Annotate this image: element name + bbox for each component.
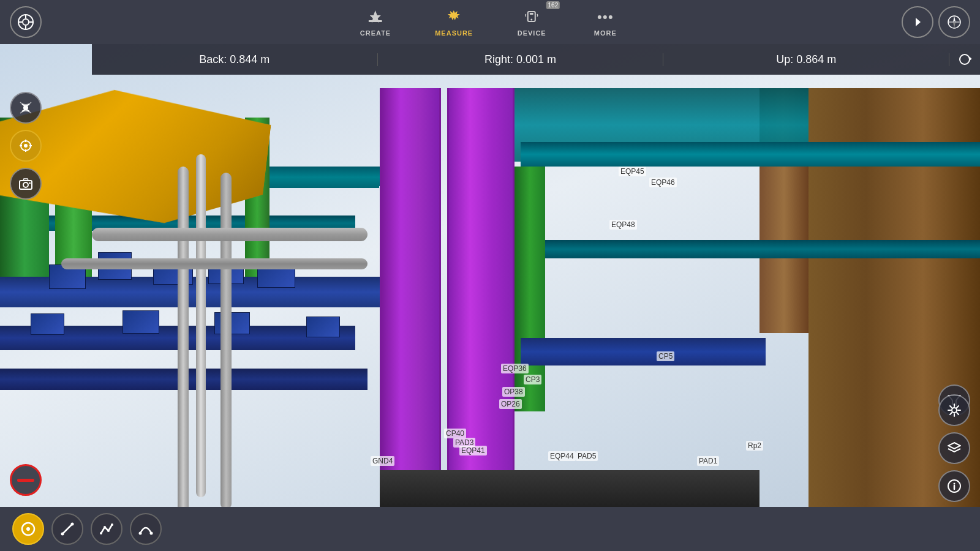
svg-point-14 — [609, 15, 612, 19]
camera-button[interactable] — [10, 168, 42, 200]
refresh-button[interactable] — [949, 53, 980, 66]
right-measurement: Right: 0.001 m — [378, 53, 664, 66]
measure-icon — [444, 7, 464, 27]
svg-point-82 — [107, 530, 110, 532]
settings-button[interactable] — [938, 394, 970, 426]
back-measurement-value: Back: 0.844 m — [199, 53, 270, 66]
create-label: CREATE — [360, 29, 391, 37]
svg-point-12 — [598, 15, 601, 19]
create-tool-button[interactable]: CREATE — [350, 5, 401, 39]
pipe-horizontal-2 — [61, 258, 368, 269]
svg-point-79 — [71, 523, 74, 526]
svg-point-13 — [603, 15, 607, 19]
svg-line-77 — [62, 524, 72, 534]
teal-beam-3 — [521, 142, 980, 167]
svg-point-67 — [23, 182, 28, 187]
svg-marker-18 — [953, 22, 956, 28]
circle-tool-button[interactable] — [12, 513, 44, 545]
svg-marker-8 — [448, 10, 460, 20]
right-measurement-value: Right: 0.001 m — [484, 53, 556, 66]
svg-point-81 — [104, 526, 106, 528]
create-icon — [366, 7, 385, 27]
gear-icon — [948, 403, 961, 417]
svg-rect-68 — [29, 182, 31, 184]
forward-button[interactable] — [902, 6, 933, 38]
measurement-bar: Back: 0.844 m Right: 0.001 m Up: 0.864 m — [92, 44, 980, 75]
line-tool-icon — [59, 521, 75, 537]
floor-platform — [380, 470, 760, 507]
info-icon — [948, 479, 961, 493]
more-label: MORE — [594, 29, 617, 37]
logo-button[interactable] — [10, 6, 42, 38]
green-column-3 — [514, 167, 545, 411]
svg-rect-6 — [369, 20, 382, 22]
measure-tool-button[interactable]: MEASURE — [425, 5, 483, 39]
bottom-toolbar — [0, 507, 980, 551]
more-tool-button[interactable]: MORE — [581, 5, 630, 39]
layers-button[interactable] — [938, 432, 970, 464]
blue-beam-4 — [521, 338, 766, 365]
pipe-vertical-2 — [196, 154, 206, 497]
svg-point-74 — [954, 483, 956, 485]
right-controls-panel — [938, 394, 970, 502]
pipe-vertical-1 — [178, 167, 189, 522]
blue-block-9 — [306, 317, 340, 337]
no-entry-bar — [17, 479, 34, 482]
camera-icon — [18, 176, 33, 191]
refresh-icon — [958, 53, 971, 66]
circle-tool-icon — [20, 521, 36, 537]
back-measurement: Back: 0.844 m — [92, 53, 378, 66]
svg-point-80 — [100, 532, 102, 534]
no-entry-button[interactable] — [10, 464, 42, 496]
broadcast-button[interactable] — [10, 92, 42, 124]
measure-label: MEASURE — [435, 29, 473, 37]
broadcast-icon — [18, 100, 33, 115]
purple-column-1 — [380, 88, 441, 504]
device-badge: 162 — [546, 1, 560, 9]
multi-line-tool-button[interactable] — [91, 513, 123, 545]
device-tool-button[interactable]: DEVICE — [507, 5, 556, 39]
3d-viewport[interactable]: EQP45 EQP46 EQP48 CP5 EQP36 CP3 OP38 OP2… — [0, 44, 980, 551]
more-icon — [595, 7, 615, 27]
eye-target-icon — [18, 138, 33, 153]
curve-tool-icon — [138, 521, 154, 537]
compass-button[interactable] — [938, 6, 970, 38]
blue-block-6 — [31, 313, 64, 335]
up-measurement: Up: 0.864 m — [663, 53, 949, 66]
svg-point-1 — [23, 19, 29, 25]
multi-line-tool-icon — [99, 521, 115, 537]
layers-icon — [948, 441, 961, 455]
left-controls-panel — [10, 92, 42, 200]
device-icon — [522, 7, 541, 27]
device-label: DEVICE — [518, 29, 546, 37]
purple-column-2 — [447, 88, 514, 504]
line-tool-button[interactable] — [51, 513, 83, 545]
up-measurement-value: Up: 0.864 m — [776, 53, 836, 66]
svg-point-70 — [952, 408, 957, 413]
teal-beam-4 — [521, 240, 980, 258]
pipe-vertical-3 — [221, 173, 232, 509]
svg-point-85 — [150, 532, 153, 535]
svg-marker-15 — [916, 18, 921, 26]
svg-rect-10 — [530, 13, 533, 15]
svg-point-84 — [139, 532, 142, 535]
blue-block-8 — [214, 312, 250, 334]
svg-point-76 — [26, 527, 30, 531]
curve-tool-button[interactable] — [130, 513, 162, 545]
info-button[interactable] — [938, 470, 970, 502]
svg-point-61 — [24, 144, 28, 148]
device-tool-wrap: DEVICE 162 — [507, 5, 556, 39]
pipe-horizontal-1 — [92, 228, 368, 241]
svg-point-83 — [111, 523, 113, 526]
blue-block-7 — [123, 310, 159, 334]
top-toolbar: CREATE MEASURE — [0, 0, 980, 44]
svg-marker-17 — [953, 16, 956, 22]
svg-point-78 — [61, 533, 64, 536]
svg-marker-58 — [970, 57, 971, 61]
svg-point-11 — [531, 19, 533, 21]
eye-target-button[interactable] — [10, 130, 42, 162]
svg-marker-71 — [948, 443, 960, 449]
